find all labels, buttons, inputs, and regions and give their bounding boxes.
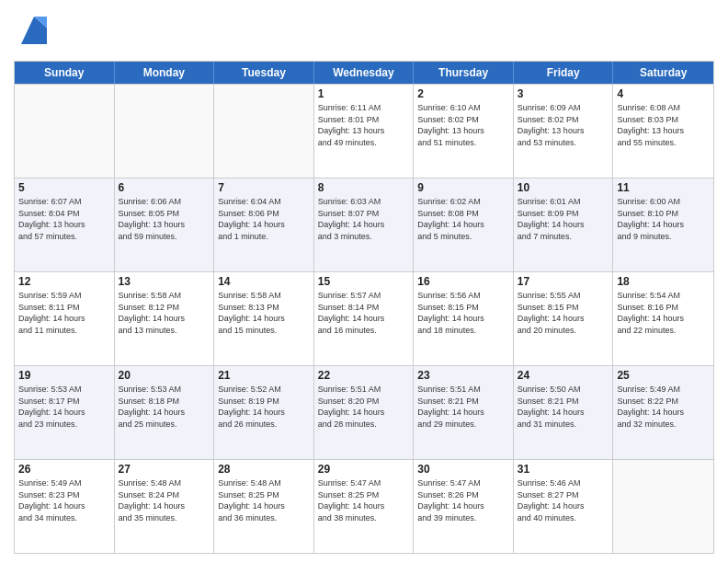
calendar-cell: [15, 85, 115, 178]
cell-info: Sunrise: 6:10 AM Sunset: 8:02 PM Dayligh…: [417, 102, 509, 148]
calendar-cell: 12Sunrise: 5:59 AM Sunset: 8:11 PM Dayli…: [15, 272, 115, 365]
cell-info: Sunrise: 5:51 AM Sunset: 8:20 PM Dayligh…: [318, 384, 410, 430]
cell-info: Sunrise: 5:57 AM Sunset: 8:14 PM Dayligh…: [318, 290, 410, 336]
calendar-cell: 3Sunrise: 6:09 AM Sunset: 8:02 PM Daylig…: [514, 85, 614, 178]
day-number: 18: [617, 275, 710, 288]
cell-info: Sunrise: 6:11 AM Sunset: 8:01 PM Dayligh…: [318, 102, 410, 148]
cell-info: Sunrise: 5:46 AM Sunset: 8:27 PM Dayligh…: [518, 477, 609, 523]
day-number: 22: [318, 369, 410, 382]
day-number: 15: [318, 275, 410, 288]
calendar-row: 19Sunrise: 5:53 AM Sunset: 8:17 PM Dayli…: [15, 365, 713, 459]
calendar-cell: 27Sunrise: 5:48 AM Sunset: 8:24 PM Dayli…: [115, 460, 215, 553]
day-number: 9: [417, 181, 509, 194]
calendar-cell: 18Sunrise: 5:54 AM Sunset: 8:16 PM Dayli…: [613, 272, 713, 365]
logo-icon: [14, 9, 54, 50]
calendar-cell: 19Sunrise: 5:53 AM Sunset: 8:17 PM Dayli…: [15, 366, 115, 459]
calendar-cell: 10Sunrise: 6:01 AM Sunset: 8:09 PM Dayli…: [514, 178, 614, 271]
cell-info: Sunrise: 6:01 AM Sunset: 8:09 PM Dayligh…: [518, 196, 609, 242]
cell-info: Sunrise: 5:53 AM Sunset: 8:18 PM Dayligh…: [119, 384, 210, 430]
calendar-body: 1Sunrise: 6:11 AM Sunset: 8:01 PM Daylig…: [15, 84, 713, 553]
calendar-cell: 8Sunrise: 6:03 AM Sunset: 8:07 PM Daylig…: [314, 178, 415, 271]
day-number: 29: [318, 463, 410, 476]
cell-info: Sunrise: 5:55 AM Sunset: 8:15 PM Dayligh…: [518, 290, 609, 336]
calendar-cell: 21Sunrise: 5:52 AM Sunset: 8:19 PM Dayli…: [214, 366, 314, 459]
cell-info: Sunrise: 5:49 AM Sunset: 8:23 PM Dayligh…: [18, 477, 110, 523]
logo: [14, 9, 58, 53]
cell-info: Sunrise: 5:48 AM Sunset: 8:25 PM Dayligh…: [218, 477, 310, 523]
calendar-cell: 25Sunrise: 5:49 AM Sunset: 8:22 PM Dayli…: [613, 366, 713, 459]
day-number: 3: [518, 87, 609, 100]
cell-info: Sunrise: 6:03 AM Sunset: 8:07 PM Dayligh…: [318, 196, 410, 242]
day-number: 28: [218, 463, 310, 476]
calendar-cell: 20Sunrise: 5:53 AM Sunset: 8:18 PM Dayli…: [115, 366, 215, 459]
cell-info: Sunrise: 5:54 AM Sunset: 8:16 PM Dayligh…: [617, 290, 710, 336]
calendar-cell: 23Sunrise: 5:51 AM Sunset: 8:21 PM Dayli…: [414, 366, 514, 459]
weekday-header: Saturday: [613, 62, 713, 84]
day-number: 16: [417, 275, 509, 288]
calendar-cell: 6Sunrise: 6:06 AM Sunset: 8:05 PM Daylig…: [115, 178, 215, 271]
calendar-row: 5Sunrise: 6:07 AM Sunset: 8:04 PM Daylig…: [15, 178, 713, 271]
day-number: 31: [518, 463, 609, 476]
day-number: 2: [417, 87, 509, 100]
calendar-cell: 5Sunrise: 6:07 AM Sunset: 8:04 PM Daylig…: [15, 178, 115, 271]
cell-info: Sunrise: 5:49 AM Sunset: 8:22 PM Dayligh…: [617, 384, 710, 430]
day-number: 30: [417, 463, 509, 476]
calendar-cell: [214, 85, 314, 178]
cell-info: Sunrise: 5:53 AM Sunset: 8:17 PM Dayligh…: [18, 384, 110, 430]
cell-info: Sunrise: 6:04 AM Sunset: 8:06 PM Dayligh…: [218, 196, 310, 242]
calendar-row: 1Sunrise: 6:11 AM Sunset: 8:01 PM Daylig…: [15, 84, 713, 178]
page: SundayMondayTuesdayWednesdayThursdayFrid…: [0, 0, 728, 563]
cell-info: Sunrise: 5:47 AM Sunset: 8:26 PM Dayligh…: [417, 477, 509, 523]
calendar-cell: 9Sunrise: 6:02 AM Sunset: 8:08 PM Daylig…: [414, 178, 514, 271]
calendar-row: 26Sunrise: 5:49 AM Sunset: 8:23 PM Dayli…: [15, 459, 713, 553]
cell-info: Sunrise: 6:00 AM Sunset: 8:10 PM Dayligh…: [617, 196, 710, 242]
cell-info: Sunrise: 6:06 AM Sunset: 8:05 PM Dayligh…: [119, 196, 210, 242]
day-number: 27: [119, 463, 210, 476]
header: [14, 9, 714, 53]
calendar-cell: 31Sunrise: 5:46 AM Sunset: 8:27 PM Dayli…: [514, 460, 614, 553]
day-number: 5: [18, 181, 110, 194]
day-number: 14: [218, 275, 310, 288]
day-number: 13: [119, 275, 210, 288]
calendar-cell: 15Sunrise: 5:57 AM Sunset: 8:14 PM Dayli…: [314, 272, 415, 365]
day-number: 1: [318, 87, 410, 100]
day-number: 4: [617, 87, 710, 100]
day-number: 24: [518, 369, 609, 382]
day-number: 11: [617, 181, 710, 194]
calendar-cell: [613, 460, 713, 553]
cell-info: Sunrise: 5:56 AM Sunset: 8:15 PM Dayligh…: [417, 290, 509, 336]
cell-info: Sunrise: 5:50 AM Sunset: 8:21 PM Dayligh…: [518, 384, 609, 430]
weekday-header: Friday: [514, 62, 614, 84]
calendar-cell: 16Sunrise: 5:56 AM Sunset: 8:15 PM Dayli…: [414, 272, 514, 365]
cell-info: Sunrise: 5:58 AM Sunset: 8:12 PM Dayligh…: [119, 290, 210, 336]
calendar-cell: 14Sunrise: 5:58 AM Sunset: 8:13 PM Dayli…: [214, 272, 314, 365]
cell-info: Sunrise: 5:51 AM Sunset: 8:21 PM Dayligh…: [417, 384, 509, 430]
weekday-header: Monday: [115, 62, 215, 84]
calendar-cell: 1Sunrise: 6:11 AM Sunset: 8:01 PM Daylig…: [314, 85, 415, 178]
weekday-header: Wednesday: [314, 62, 415, 84]
cell-info: Sunrise: 5:58 AM Sunset: 8:13 PM Dayligh…: [218, 290, 310, 336]
day-number: 20: [119, 369, 210, 382]
day-number: 19: [18, 369, 110, 382]
calendar-row: 12Sunrise: 5:59 AM Sunset: 8:11 PM Dayli…: [15, 271, 713, 365]
calendar-cell: 13Sunrise: 5:58 AM Sunset: 8:12 PM Dayli…: [115, 272, 215, 365]
calendar-cell: 26Sunrise: 5:49 AM Sunset: 8:23 PM Dayli…: [15, 460, 115, 553]
day-number: 25: [617, 369, 710, 382]
calendar-cell: 11Sunrise: 6:00 AM Sunset: 8:10 PM Dayli…: [613, 178, 713, 271]
calendar-cell: 29Sunrise: 5:47 AM Sunset: 8:25 PM Dayli…: [314, 460, 415, 553]
cell-info: Sunrise: 5:52 AM Sunset: 8:19 PM Dayligh…: [218, 384, 310, 430]
day-number: 23: [417, 369, 509, 382]
cell-info: Sunrise: 5:47 AM Sunset: 8:25 PM Dayligh…: [318, 477, 410, 523]
cell-info: Sunrise: 6:02 AM Sunset: 8:08 PM Dayligh…: [417, 196, 509, 242]
cell-info: Sunrise: 5:59 AM Sunset: 8:11 PM Dayligh…: [18, 290, 110, 336]
calendar: SundayMondayTuesdayWednesdayThursdayFrid…: [14, 61, 714, 554]
weekday-header: Thursday: [414, 62, 514, 84]
calendar-cell: 4Sunrise: 6:08 AM Sunset: 8:03 PM Daylig…: [613, 85, 713, 178]
day-number: 17: [518, 275, 609, 288]
day-number: 10: [518, 181, 609, 194]
day-number: 6: [119, 181, 210, 194]
cell-info: Sunrise: 6:07 AM Sunset: 8:04 PM Dayligh…: [18, 196, 110, 242]
calendar-cell: 24Sunrise: 5:50 AM Sunset: 8:21 PM Dayli…: [514, 366, 614, 459]
day-number: 21: [218, 369, 310, 382]
weekday-header: Sunday: [15, 62, 115, 84]
